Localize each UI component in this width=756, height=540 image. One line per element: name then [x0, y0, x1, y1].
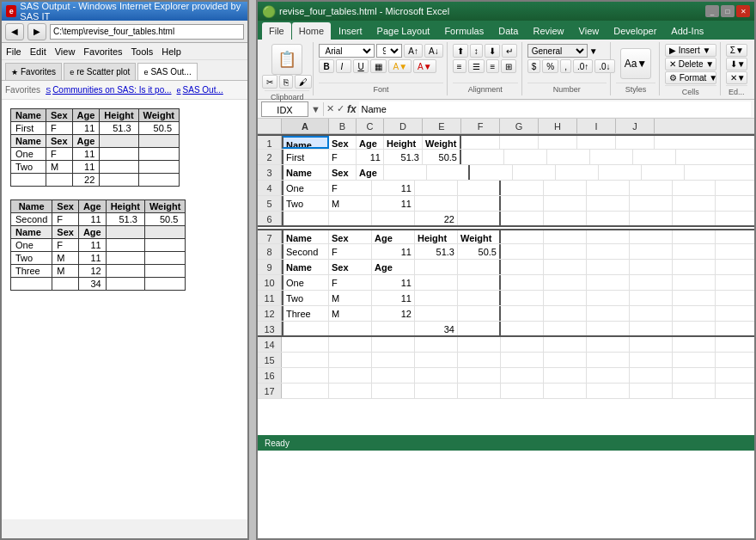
cell-A10[interactable]: One: [282, 275, 329, 290]
cell-A13[interactable]: [282, 322, 329, 335]
ribbon-tab-review[interactable]: Review: [526, 22, 570, 40]
formula-input[interactable]: [359, 101, 751, 117]
cell-A6[interactable]: [282, 212, 329, 225]
cell-C17[interactable]: [372, 384, 415, 398]
menu-tools[interactable]: Tools: [131, 46, 154, 57]
cell-D2[interactable]: 51.3: [384, 150, 423, 164]
cell-D1[interactable]: Height: [384, 136, 423, 149]
cell-G8[interactable]: [544, 244, 587, 259]
cell-A14[interactable]: [282, 337, 329, 352]
cell-G2[interactable]: [504, 150, 547, 164]
cell-B10[interactable]: F: [329, 275, 372, 290]
cell-C3[interactable]: Age: [357, 165, 384, 180]
wrap-text-button[interactable]: ↵: [502, 44, 517, 58]
copy-button[interactable]: ⎘: [279, 75, 293, 89]
fx-icon[interactable]: fx: [347, 103, 357, 115]
cell-D16[interactable]: [415, 368, 458, 383]
cut-button[interactable]: ✂: [262, 75, 277, 89]
col-header-J[interactable]: J: [616, 119, 655, 133]
cell-H16[interactable]: [587, 368, 630, 383]
cell-C8[interactable]: 11: [372, 244, 415, 259]
minimize-button[interactable]: _: [705, 5, 719, 17]
cell-D5[interactable]: [415, 196, 458, 211]
cell-A11[interactable]: Two: [282, 291, 329, 305]
cell-I14[interactable]: [630, 337, 673, 352]
cell-J17[interactable]: [673, 384, 716, 398]
tab-favorites[interactable]: ★ Favorites: [5, 63, 62, 80]
cell-C4[interactable]: 11: [372, 181, 415, 195]
cell-F6[interactable]: [501, 212, 544, 225]
cell-F12[interactable]: [501, 306, 544, 321]
cell-G1[interactable]: [500, 136, 539, 149]
cell-J10[interactable]: [673, 275, 716, 290]
cell-J7[interactable]: [673, 230, 716, 243]
cell-I7[interactable]: [630, 230, 673, 243]
cell-H3[interactable]: [556, 165, 599, 180]
cell-C1[interactable]: Age: [357, 136, 384, 149]
cell-G15[interactable]: [544, 353, 587, 367]
cell-I2[interactable]: [590, 150, 633, 164]
cell-J6[interactable]: [673, 212, 716, 225]
cell-F7[interactable]: [501, 230, 544, 243]
menu-favorites[interactable]: Favorites: [83, 46, 122, 57]
ribbon-tab-insert[interactable]: Insert: [332, 22, 369, 40]
menu-view[interactable]: View: [55, 46, 76, 57]
cell-F10[interactable]: [501, 275, 544, 290]
cell-B15[interactable]: [329, 353, 372, 367]
cell-J11[interactable]: [673, 291, 716, 305]
cell-F17[interactable]: [501, 384, 544, 398]
cell-I10[interactable]: [630, 275, 673, 290]
col-header-G[interactable]: G: [500, 119, 539, 133]
cell-H1[interactable]: [539, 136, 577, 149]
cell-D7[interactable]: Height: [415, 230, 458, 243]
font-name-select[interactable]: Arial: [319, 44, 375, 58]
cell-F11[interactable]: [501, 291, 544, 305]
tab-scatter[interactable]: e re Scatter plot: [64, 63, 136, 80]
cell-E10[interactable]: [458, 275, 501, 290]
cell-B9[interactable]: Sex: [329, 260, 372, 274]
cell-I8[interactable]: [630, 244, 673, 259]
link-sasout[interactable]: e SAS Out...: [177, 85, 223, 95]
col-header-A[interactable]: A: [282, 119, 329, 133]
comma-button[interactable]: ,: [560, 59, 571, 73]
cell-G9[interactable]: [544, 260, 587, 274]
cell-D8[interactable]: 51.3: [415, 244, 458, 259]
cell-I16[interactable]: [630, 368, 673, 383]
cell-F9[interactable]: [501, 260, 544, 274]
cell-I3[interactable]: [599, 165, 642, 180]
ribbon-tab-view[interactable]: View: [572, 22, 607, 40]
cell-D6[interactable]: 22: [415, 212, 458, 225]
cell-G4[interactable]: [544, 181, 587, 195]
cell-G13[interactable]: [544, 322, 587, 335]
col-header-C[interactable]: C: [357, 119, 384, 133]
cell-D13[interactable]: 34: [415, 322, 458, 335]
cell-F2[interactable]: [461, 150, 504, 164]
align-middle-button[interactable]: ↕: [470, 44, 483, 58]
format-cells-button[interactable]: ⚙ Format ▼: [665, 71, 716, 84]
cell-A8[interactable]: Second: [282, 244, 329, 259]
cell-G14[interactable]: [544, 337, 587, 352]
cell-E14[interactable]: [458, 337, 501, 352]
cell-H4[interactable]: [587, 181, 630, 195]
align-left-button[interactable]: ≡: [453, 59, 466, 73]
increase-font-button[interactable]: A↑: [404, 44, 423, 58]
cell-A7[interactable]: Name: [282, 230, 329, 243]
link-communities[interactable]: S Communities on SAS: Is it po...: [46, 85, 171, 95]
cell-H9[interactable]: [587, 260, 630, 274]
cell-E8[interactable]: 50.5: [458, 244, 501, 259]
cell-G11[interactable]: [544, 291, 587, 305]
cell-F15[interactable]: [501, 353, 544, 367]
font-size-select[interactable]: 9: [376, 44, 402, 58]
cell-C10[interactable]: 11: [372, 275, 415, 290]
ribbon-tab-developer[interactable]: Developer: [607, 22, 663, 40]
formula-expand-icon[interactable]: ▼: [311, 104, 320, 114]
cell-D10[interactable]: [415, 275, 458, 290]
cell-G17[interactable]: [544, 384, 587, 398]
col-header-D[interactable]: D: [384, 119, 423, 133]
cell-A4[interactable]: One: [282, 181, 329, 195]
cell-H10[interactable]: [587, 275, 630, 290]
cell-J3[interactable]: [642, 165, 685, 180]
cell-I5[interactable]: [630, 196, 673, 211]
back-button[interactable]: ◀: [5, 23, 24, 40]
cell-B8[interactable]: F: [329, 244, 372, 259]
